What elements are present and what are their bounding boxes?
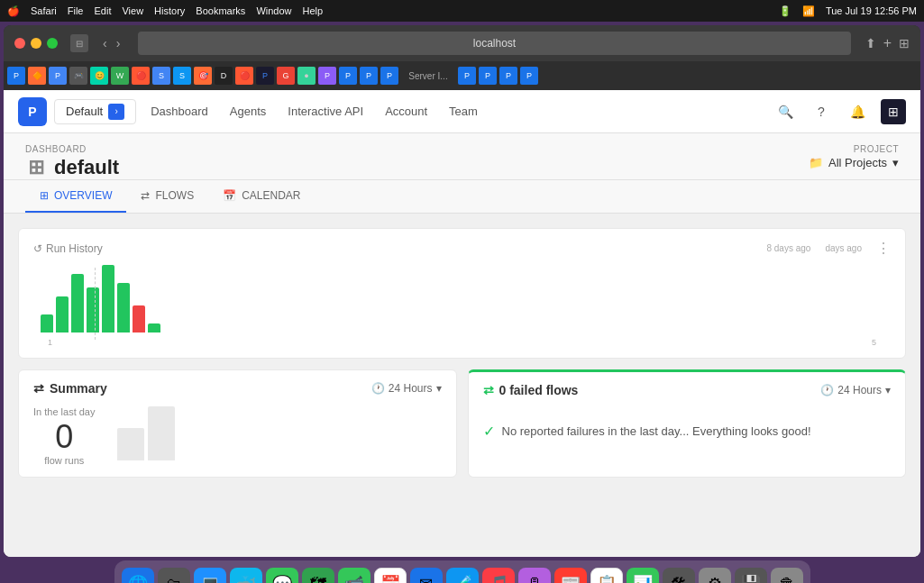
nav-team[interactable]: Team bbox=[449, 105, 478, 118]
bookmark-11[interactable]: D bbox=[215, 67, 233, 85]
nav-dashboard[interactable]: Dashboard bbox=[151, 105, 208, 118]
bookmark-21[interactable]: P bbox=[479, 67, 497, 85]
failed-flows-title: ⇄ 0 failed flows bbox=[483, 383, 579, 397]
tab-overview[interactable]: ⊞ OVERVIEW bbox=[25, 180, 126, 213]
wifi-icon: 📶 bbox=[802, 5, 815, 17]
tab-flows[interactable]: ⇄ FLOWS bbox=[126, 180, 208, 213]
bookmark-1[interactable]: P bbox=[7, 67, 25, 85]
dock-finder[interactable]: 🌐 bbox=[122, 568, 154, 583]
nav-agents[interactable]: Agents bbox=[230, 105, 266, 118]
bookmark-22[interactable]: P bbox=[499, 67, 517, 85]
dock-maps[interactable]: 🗺 bbox=[302, 568, 334, 583]
dock-music[interactable]: 🎵 bbox=[482, 568, 515, 583]
bookmark-10[interactable]: 🎯 bbox=[194, 67, 212, 85]
dock-podcasts[interactable]: 🎙 bbox=[518, 568, 551, 583]
mac-menubar: 🍎 Safari File Edit View History Bookmark… bbox=[0, 0, 924, 22]
bookmark-17[interactable]: P bbox=[339, 67, 357, 85]
safari-menu[interactable]: Safari bbox=[31, 5, 57, 16]
bookmark-9[interactable]: S bbox=[173, 67, 191, 85]
dock-trash[interactable]: 🗑 bbox=[771, 568, 803, 583]
bookmark-8[interactable]: S bbox=[152, 67, 170, 85]
bookmark-4[interactable]: 🎮 bbox=[69, 67, 87, 85]
chart-label-1: 1 bbox=[48, 338, 52, 347]
workspace-selector[interactable]: Default › bbox=[54, 99, 136, 124]
sidebar-toggle[interactable]: ⊟ bbox=[70, 34, 88, 52]
chart-container: 1 5 bbox=[33, 264, 891, 347]
project-dropdown[interactable]: 📁 All Projects ▾ bbox=[809, 156, 899, 169]
failed-time-selector[interactable]: 🕐 24 Hours ▾ bbox=[820, 384, 891, 396]
dock-facetime[interactable]: 📹 bbox=[338, 568, 371, 583]
bookmark-6[interactable]: W bbox=[111, 67, 129, 85]
bookmark-23[interactable]: P bbox=[520, 67, 538, 85]
grid-icon[interactable]: ⊞ bbox=[881, 99, 906, 124]
dock-finder2[interactable]: 💾 bbox=[735, 568, 767, 583]
dock-numbers[interactable]: 📊 bbox=[627, 568, 659, 583]
dock-xcode[interactable]: 💻 bbox=[194, 568, 226, 583]
summary-body: In the last day 0 flow runs bbox=[33, 406, 442, 466]
summary-time-selector[interactable]: 🕐 24 Hours ▾ bbox=[371, 382, 442, 395]
summary-card: ⇄ Summary 🕐 24 Hours ▾ In the last day 0 bbox=[18, 369, 457, 478]
apple-icon: 🍎 bbox=[7, 5, 20, 17]
new-tab-icon[interactable]: + bbox=[883, 35, 892, 51]
summary-title: ⇄ Summary bbox=[33, 381, 107, 396]
bookmark-7[interactable]: 🔴 bbox=[132, 67, 150, 85]
dock-sysprefs[interactable]: ⚙ bbox=[699, 568, 731, 583]
window-controls: ⊟ bbox=[70, 34, 88, 52]
failed-flows-card: ⇄ 0 failed flows 🕐 24 Hours ▾ ✓ No repor… bbox=[468, 369, 907, 478]
dock-testapp[interactable]: 🛠 bbox=[663, 568, 695, 583]
bar-4 bbox=[87, 287, 99, 332]
overview-tab-icon: ⊞ bbox=[40, 189, 49, 202]
mac-bar-right: 🔋 📶 Tue Jul 19 12:56 PM bbox=[779, 5, 917, 17]
breadcrumb: DASHBOARD bbox=[25, 144, 119, 154]
back-button[interactable]: ‹ bbox=[99, 34, 111, 52]
dock-calendar[interactable]: 📅 bbox=[374, 568, 407, 583]
dock-mail[interactable]: ✉ bbox=[410, 568, 443, 583]
dock-docker[interactable]: 🐳 bbox=[230, 568, 262, 583]
bookmark-20[interactable]: P bbox=[458, 67, 476, 85]
bookmark-16[interactable]: P bbox=[318, 67, 336, 85]
url-bar[interactable]: localhost bbox=[138, 32, 850, 55]
failed-chevron: ▾ bbox=[885, 384, 891, 396]
edit-menu[interactable]: Edit bbox=[94, 5, 111, 16]
dock-testflight[interactable]: 🧪 bbox=[446, 568, 479, 583]
dock-news[interactable]: 📰 bbox=[554, 568, 587, 583]
view-menu[interactable]: View bbox=[122, 5, 143, 16]
bookmark-18[interactable]: P bbox=[360, 67, 378, 85]
app-navbar: P Default › Dashboard Agents Interactive… bbox=[4, 90, 920, 133]
dock-launchpad[interactable]: 🗂 bbox=[158, 568, 190, 583]
run-history-menu[interactable]: ⋮ bbox=[876, 240, 891, 257]
search-icon[interactable]: 🔍 bbox=[773, 99, 798, 124]
overview-tab-label: OVERVIEW bbox=[54, 189, 112, 202]
history-menu[interactable]: History bbox=[154, 5, 185, 16]
notifications-icon[interactable]: 🔔 bbox=[845, 99, 870, 124]
share-icon[interactable]: ⬆ bbox=[865, 36, 876, 50]
bookmark-19[interactable]: P bbox=[380, 67, 398, 85]
help-menu[interactable]: Help bbox=[303, 5, 324, 16]
chart-dashed-line bbox=[95, 268, 96, 340]
file-menu[interactable]: File bbox=[68, 5, 84, 16]
tab-overview-icon[interactable]: ⊞ bbox=[899, 36, 910, 50]
dock-clipboard[interactable]: 📋 bbox=[590, 568, 623, 583]
bookmark-14[interactable]: G bbox=[277, 67, 295, 85]
nav-links: Dashboard Agents Interactive API Account… bbox=[151, 105, 773, 118]
bookmark-2[interactable]: 🔶 bbox=[28, 67, 46, 85]
dock-messages[interactable]: 💬 bbox=[266, 568, 298, 583]
close-button[interactable] bbox=[14, 38, 25, 49]
failed-flows-icon: ⇄ bbox=[483, 383, 494, 397]
forward-button[interactable]: › bbox=[113, 34, 124, 52]
tab-calendar[interactable]: 📅 CALENDAR bbox=[208, 180, 315, 213]
window-menu[interactable]: Window bbox=[256, 5, 291, 16]
failed-time-period: 24 Hours bbox=[837, 384, 882, 396]
nav-interactive-api[interactable]: Interactive API bbox=[288, 105, 363, 118]
bookmark-12[interactable]: 🔴 bbox=[235, 67, 253, 85]
minimize-button[interactable] bbox=[31, 38, 41, 49]
bookmark-15[interactable]: ● bbox=[297, 67, 316, 85]
nav-account[interactable]: Account bbox=[385, 105, 427, 118]
help-icon[interactable]: ? bbox=[809, 99, 834, 124]
chart-label-5: 5 bbox=[872, 338, 876, 347]
bookmark-13[interactable]: P bbox=[256, 67, 274, 85]
bookmark-5[interactable]: 😊 bbox=[90, 67, 108, 85]
bookmarks-menu[interactable]: Bookmarks bbox=[196, 5, 245, 16]
maximize-button[interactable] bbox=[47, 38, 58, 49]
bookmark-3[interactable]: P bbox=[49, 67, 67, 85]
